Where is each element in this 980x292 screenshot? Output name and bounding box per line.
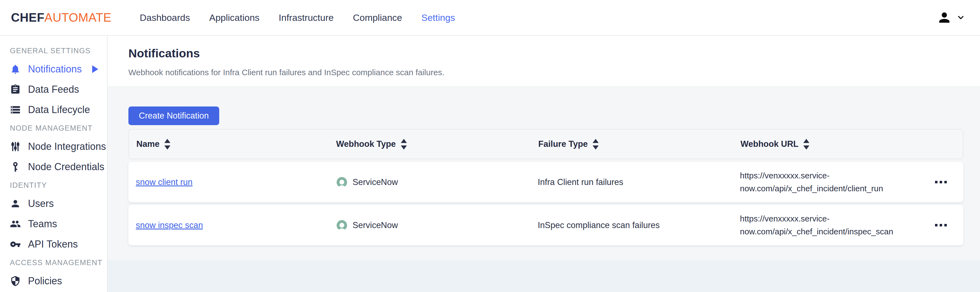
sidebar-section-identity: IDENTITY <box>0 177 107 193</box>
sliders-icon <box>10 141 21 152</box>
failure-type-cell: InSpec compliance scan failures <box>538 220 740 230</box>
sidebar-item-label: Node Credentials <box>28 161 104 172</box>
bell-icon <box>10 64 21 75</box>
notification-name-link[interactable]: snow inspec scan <box>136 220 203 230</box>
sidebar-item-node-credentials[interactable]: Node Credentials <box>0 157 107 177</box>
top-navigation-bar: CHEFAUTOMATE Dashboards Applications Inf… <box>0 0 980 36</box>
notification-name-link[interactable]: snow client run <box>136 177 192 187</box>
sidebar-item-policies[interactable]: Policies <box>0 271 107 291</box>
settings-sidebar: GENERAL SETTINGS Notifications Data Feed… <box>0 36 108 292</box>
webhook-type-label: ServiceNow <box>353 177 398 187</box>
page-title: Notifications <box>129 47 964 60</box>
nav-item-dashboards[interactable]: Dashboards <box>130 12 199 23</box>
chef-automate-logo[interactable]: CHEFAUTOMATE <box>11 11 111 24</box>
column-label: Webhook URL <box>740 139 799 149</box>
logo-chef: CHEF <box>11 11 45 24</box>
key-icon <box>10 239 21 250</box>
sidebar-section-access-management: ACCESS MANAGEMENT <box>0 254 107 271</box>
logo-automate: AUTOMATE <box>45 11 111 24</box>
column-label: Webhook Type <box>336 139 396 149</box>
column-header-failure-type[interactable]: Failure Type <box>538 139 740 150</box>
sidebar-item-label: Notifications <box>28 64 82 75</box>
table-header-row: Name Webhook Type Failure Type Webhook U… <box>129 129 963 159</box>
nav-item-applications[interactable]: Applications <box>200 12 269 23</box>
create-notification-button[interactable]: Create Notification <box>129 107 219 125</box>
nav-item-infrastructure[interactable]: Infrastructure <box>269 12 343 23</box>
user-avatar-icon <box>937 10 952 25</box>
servicenow-logo-icon <box>336 219 348 231</box>
sidebar-item-data-lifecycle[interactable]: Data Lifecycle <box>0 100 107 120</box>
webhook-type-cell: ServiceNow <box>336 219 538 231</box>
sort-arrows-icon[interactable] <box>164 139 170 150</box>
sidebar-item-label: API Tokens <box>28 238 78 250</box>
notifications-table: Name Webhook Type Failure Type Webhook U… <box>129 129 963 245</box>
sidebar-item-node-integrations[interactable]: Node Integrations <box>0 136 107 157</box>
webhook-type-cell: ServiceNow <box>336 176 538 188</box>
column-header-name[interactable]: Name <box>136 139 336 150</box>
shield-icon <box>10 276 21 287</box>
column-label: Failure Type <box>538 139 588 149</box>
main-content: Notifications Webhook notifications for … <box>108 36 980 292</box>
notification-name-cell: snow inspec scan <box>136 220 336 230</box>
sidebar-item-api-tokens[interactable]: API Tokens <box>0 234 107 254</box>
nav-item-settings[interactable]: Settings <box>412 12 465 23</box>
sidebar-section-general-settings: GENERAL SETTINGS <box>0 43 107 59</box>
sidebar-item-label: Policies <box>28 275 62 287</box>
sidebar-item-users[interactable]: Users <box>0 193 107 214</box>
column-header-webhook-type[interactable]: Webhook Type <box>336 139 538 150</box>
webhook-type-label: ServiceNow <box>353 220 398 230</box>
chevron-down-icon <box>956 13 965 22</box>
page-footer-area <box>108 260 980 292</box>
more-options-button[interactable] <box>932 177 950 187</box>
notification-name-cell: snow client run <box>136 177 336 187</box>
sort-arrows-icon[interactable] <box>401 139 407 150</box>
caret-right-icon <box>92 65 98 73</box>
nav-item-compliance[interactable]: Compliance <box>343 12 412 23</box>
page-body: Create Notification Name Webhook Type Fa… <box>108 86 980 260</box>
column-label: Name <box>136 139 159 149</box>
webhook-url-cell: https://venxxxxx.service-now.com/api/x_c… <box>740 169 910 195</box>
more-options-button[interactable] <box>932 221 950 230</box>
table-row: snow inspec scan ServiceNow InSpec compl… <box>129 205 963 245</box>
sidebar-item-teams[interactable]: Teams <box>0 214 107 234</box>
storage-icon <box>10 104 21 115</box>
failure-type-cell: Infra Client run failures <box>538 177 740 187</box>
page-subtitle: Webhook notifications for Infra Client r… <box>129 68 964 77</box>
sort-arrows-icon[interactable] <box>803 139 809 150</box>
servicenow-logo-icon <box>336 176 348 188</box>
row-actions-cell <box>910 221 963 230</box>
table-row: snow client run ServiceNow Infra Client … <box>129 162 963 202</box>
clipboard-icon <box>10 84 21 95</box>
person-icon <box>10 198 21 209</box>
people-icon <box>10 219 21 230</box>
sidebar-item-notifications[interactable]: Notifications <box>0 59 107 79</box>
key-vertical-icon <box>10 161 21 172</box>
sidebar-item-label: Data Feeds <box>28 84 79 95</box>
sidebar-item-label: Data Lifecycle <box>28 104 90 115</box>
primary-nav: Dashboards Applications Infrastructure C… <box>130 12 465 23</box>
page-header: Notifications Webhook notifications for … <box>108 36 980 86</box>
webhook-url-cell: https://venxxxxx.service-now.com/api/x_c… <box>740 212 910 238</box>
sidebar-item-label: Teams <box>28 218 57 230</box>
sidebar-item-label: Users <box>28 198 54 209</box>
sort-arrows-icon[interactable] <box>593 139 599 150</box>
sidebar-section-node-management: NODE MANAGEMENT <box>0 120 107 136</box>
profile-menu[interactable] <box>937 10 969 25</box>
sidebar-item-label: Node Integrations <box>28 141 106 152</box>
row-actions-cell <box>910 177 963 187</box>
sidebar-item-data-feeds[interactable]: Data Feeds <box>0 79 107 100</box>
column-header-webhook-url[interactable]: Webhook URL <box>740 139 911 150</box>
